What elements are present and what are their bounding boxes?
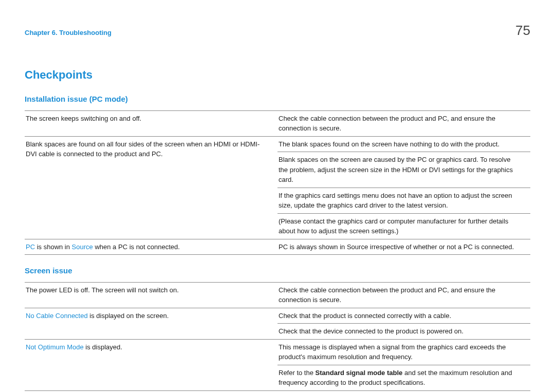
section-heading-screen: Screen issue	[25, 265, 530, 277]
solution-cell: Check the cable connection between the p…	[278, 282, 530, 308]
solution-cell: The blank spaces found on the screen hav…	[278, 136, 530, 152]
solution-cell: Check that the product is connected corr…	[278, 308, 530, 324]
table-row: No Cable Connected is displayed on the s…	[25, 308, 530, 324]
text: is displayed on the screen.	[88, 312, 169, 320]
table-row: The power LED is off. The screen will no…	[25, 282, 530, 308]
text: is displayed.	[84, 343, 122, 351]
issue-cell: The power LED is off. The screen will no…	[25, 282, 278, 308]
table-row: Not Optimum Mode is displayed. This mess…	[25, 339, 530, 365]
solution-cell: This message is displayed when a signal …	[278, 339, 530, 365]
pc-label: PC	[26, 243, 35, 251]
solution-cell: Refer to the Standard signal mode table …	[278, 365, 530, 390]
solution-cell: Check that the device connected to the p…	[278, 324, 530, 340]
issue-cell: PC is shown in Source when a PC is not c…	[25, 239, 278, 255]
section-heading-installation: Installation issue (PC mode)	[25, 94, 530, 105]
issue-cell: Blank spaces are found on all four sides…	[25, 136, 278, 239]
main-heading: Checkpoints	[25, 66, 530, 83]
table-row: The screen keeps switching on and off. C…	[25, 110, 530, 136]
table-row: PC is shown in Source when a PC is not c…	[25, 239, 530, 255]
solution-cell: PC is always shown in Source irrespectiv…	[278, 239, 530, 255]
solution-cell: If the graphics card settings menu does …	[278, 188, 530, 213]
chapter-label: Chapter 6. Troubleshooting	[25, 28, 112, 38]
not-optimum-label: Not Optimum Mode	[26, 343, 84, 351]
issue-cell: No Cable Connected is displayed on the s…	[25, 308, 278, 339]
installation-table: The screen keeps switching on and off. C…	[25, 110, 530, 255]
solution-cell: Check the cable connection between the p…	[278, 110, 530, 136]
signal-table-ref: Standard signal mode table	[316, 369, 403, 377]
issue-cell: The screen keeps switching on and off.	[25, 110, 278, 136]
issue-cell: Not Optimum Mode is displayed.	[25, 339, 278, 390]
text: Refer to the	[279, 369, 316, 377]
page-number: 75	[515, 21, 530, 41]
solution-cell: (Please contact the graphics card or com…	[278, 213, 530, 239]
solution-cell: Blank spaces on the screen are caused by…	[278, 152, 530, 188]
source-label: Source	[72, 243, 93, 251]
text: is shown in	[35, 243, 72, 251]
screen-table: The power LED is off. The screen will no…	[25, 282, 530, 393]
table-row: Blank spaces are found on all four sides…	[25, 136, 530, 152]
text: when a PC is not connected.	[93, 243, 180, 251]
no-cable-label: No Cable Connected	[26, 312, 88, 320]
page-header: Chapter 6. Troubleshooting 75	[25, 21, 530, 41]
